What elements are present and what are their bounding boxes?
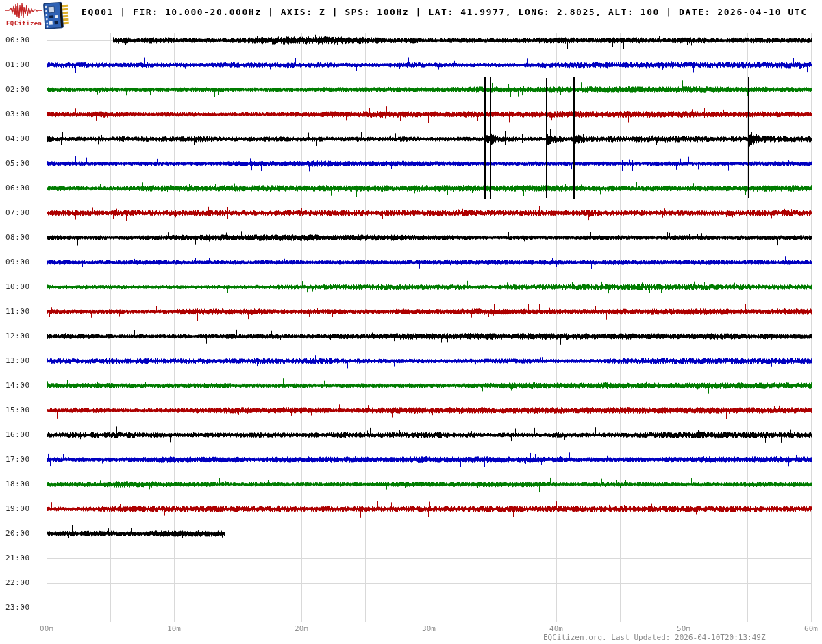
- hour-label: 05:00: [5, 159, 36, 169]
- x-tick-label: 50m: [669, 624, 699, 634]
- eqcitizen-logo: EQCitizen: [5, 1, 44, 30]
- hour-label: 11:00: [5, 307, 36, 317]
- hour-label: 14:00: [5, 381, 36, 391]
- hour-label: 22:00: [5, 578, 36, 588]
- hour-label: 13:00: [5, 356, 36, 366]
- hour-label: 20:00: [5, 529, 36, 538]
- hour-label: 10:00: [5, 282, 36, 292]
- seismic-waveform-icon: [5, 1, 42, 20]
- hour-label: 04:00: [5, 134, 36, 144]
- hour-label: 01:00: [5, 60, 36, 70]
- x-tick-label: 40m: [541, 624, 571, 634]
- station-info-title: EQ001 | FIR: 10.000-20.000Hz | AXIS: Z |…: [82, 7, 808, 17]
- hour-label: 06:00: [5, 184, 36, 193]
- sensor-chip-icon: [43, 1, 71, 30]
- hour-label: 00:00: [5, 36, 36, 45]
- hour-label: 21:00: [5, 554, 36, 563]
- logo-text: EQCitizen: [6, 20, 42, 27]
- x-tick-label: 30m: [414, 624, 444, 634]
- footer-last-updated: EQCitizen.org. Last Updated: 2026-04-10T…: [543, 633, 766, 642]
- hour-label: 09:00: [5, 258, 36, 267]
- page-header: EQCitizen: [0, 0, 822, 32]
- hour-label: 12:00: [5, 332, 36, 341]
- hour-label: 16:00: [5, 430, 36, 440]
- x-tick-label: 60m: [796, 624, 822, 634]
- helicorder-plot-canvas: [0, 0, 822, 644]
- x-tick-label: 00m: [32, 624, 62, 634]
- x-tick-label: 20m: [286, 624, 316, 634]
- x-tick-label: 10m: [159, 624, 189, 634]
- hour-label: 19:00: [5, 504, 36, 514]
- hour-label: 08:00: [5, 233, 36, 243]
- helicorder-app: EQCitizen: [0, 0, 822, 644]
- hour-label: 23:00: [5, 603, 36, 612]
- hour-label: 02:00: [5, 85, 36, 95]
- hour-label: 15:00: [5, 406, 36, 415]
- hour-label: 03:00: [5, 110, 36, 119]
- hour-label: 07:00: [5, 208, 36, 218]
- hour-label: 17:00: [5, 455, 36, 465]
- hour-label: 18:00: [5, 480, 36, 489]
